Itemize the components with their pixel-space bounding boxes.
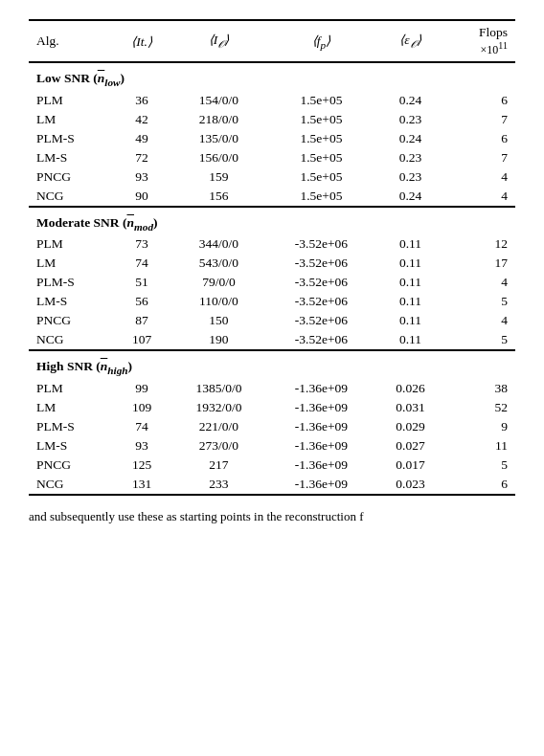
section-header-2: High SNR (nhigh) [29,350,515,379]
section-header-1: Moderate SNR (nmod) [29,207,515,235]
cell-2: 110/0/0 [170,292,267,311]
table-row: LM-S93273/0/0-1.36e+090.02711 [29,436,515,456]
cell-1: 51 [113,273,170,292]
cell-2: 154/0/0 [170,91,267,110]
cell-1: 93 [113,436,170,456]
cell-5: 6 [445,129,515,148]
cell-2: 1385/0/0 [170,379,267,398]
cell-1: 74 [113,254,170,273]
cell-5: 4 [445,311,515,330]
cell-5: 5 [445,292,515,311]
cell-3: -3.52e+06 [267,273,375,292]
table-row: PLM-S74221/0/0-1.36e+090.0299 [29,417,515,436]
cell-3: 1.5e+05 [267,129,375,148]
cell-0: LM [29,110,113,129]
cell-4: 0.24 [375,91,445,110]
cell-2: 156/0/0 [170,148,267,167]
cell-4: 0.029 [375,417,445,436]
cell-1: 49 [113,129,170,148]
cell-5: 4 [445,167,515,187]
col-alg: Alg. [29,20,113,62]
cell-3: -1.36e+09 [267,475,375,495]
cell-1: 107 [113,330,170,350]
cell-3: -1.36e+09 [267,379,375,398]
table-row: NCG901561.5e+050.244 [29,187,515,207]
cell-4: 0.031 [375,398,445,417]
cell-0: PLM [29,379,113,398]
cell-5: 5 [445,330,515,350]
table-row: NCG131233-1.36e+090.0236 [29,475,515,495]
table-row: NCG107190-3.52e+060.115 [29,330,515,350]
cell-1: 90 [113,187,170,207]
cell-4: 0.24 [375,129,445,148]
cell-1: 87 [113,311,170,330]
table-row: PNCG87150-3.52e+060.114 [29,311,515,330]
col-flops: Flops×1011 [445,20,515,62]
cell-1: 72 [113,148,170,167]
cell-1: 56 [113,292,170,311]
cell-3: -3.52e+06 [267,311,375,330]
cell-3: -1.36e+09 [267,417,375,436]
cell-2: 273/0/0 [170,436,267,456]
col-io: ⟨I𝒪⟩ [170,20,267,62]
cell-0: PNCG [29,167,113,187]
cell-2: 344/0/0 [170,234,267,254]
cell-0: NCG [29,187,113,207]
cell-3: 1.5e+05 [267,91,375,110]
section-header-0: Low SNR (nlow) [29,62,515,91]
cell-2: 156 [170,187,267,207]
cell-4: 0.017 [375,456,445,475]
cell-0: PLM [29,91,113,110]
cell-0: LM-S [29,148,113,167]
cell-5: 52 [445,398,515,417]
cell-1: 109 [113,398,170,417]
table-row: LM74543/0/0-3.52e+060.1117 [29,254,515,273]
cell-2: 543/0/0 [170,254,267,273]
table-row: PLM73344/0/0-3.52e+060.1112 [29,234,515,254]
cell-4: 0.11 [375,330,445,350]
table-row: LM1091932/0/0-1.36e+090.03152 [29,398,515,417]
cell-0: PNCG [29,456,113,475]
cell-1: 99 [113,379,170,398]
cell-4: 0.026 [375,379,445,398]
footnote: and subsequently use these as starting p… [29,507,515,526]
cell-5: 4 [445,273,515,292]
table-container: Alg. ⟨It.⟩ ⟨I𝒪⟩ ⟨fp⟩ ⟨ε𝒪⟩ Flops×1011 Low… [29,19,515,496]
cell-0: LM-S [29,436,113,456]
cell-4: 0.027 [375,436,445,456]
cell-0: LM [29,398,113,417]
cell-0: PLM-S [29,273,113,292]
cell-2: 221/0/0 [170,417,267,436]
cell-3: -3.52e+06 [267,330,375,350]
cell-2: 218/0/0 [170,110,267,129]
cell-2: 1932/0/0 [170,398,267,417]
cell-5: 6 [445,91,515,110]
cell-0: PLM [29,234,113,254]
cell-0: NCG [29,330,113,350]
cell-3: -1.36e+09 [267,398,375,417]
cell-3: 1.5e+05 [267,148,375,167]
cell-1: 74 [113,417,170,436]
cell-5: 12 [445,234,515,254]
cell-3: -1.36e+09 [267,436,375,456]
cell-0: PLM-S [29,417,113,436]
cell-4: 0.11 [375,254,445,273]
cell-4: 0.23 [375,110,445,129]
cell-4: 0.11 [375,311,445,330]
cell-5: 4 [445,187,515,207]
cell-1: 42 [113,110,170,129]
cell-2: 150 [170,311,267,330]
table-row: LM42218/0/01.5e+050.237 [29,110,515,129]
cell-4: 0.24 [375,187,445,207]
cell-2: 233 [170,475,267,495]
col-eps: ⟨ε𝒪⟩ [375,20,445,62]
table-row: PNCG125217-1.36e+090.0175 [29,456,515,475]
cell-4: 0.023 [375,475,445,495]
table-row: LM-S72156/0/01.5e+050.237 [29,148,515,167]
table-row: PNCG931591.5e+050.234 [29,167,515,187]
cell-4: 0.11 [375,273,445,292]
cell-0: PNCG [29,311,113,330]
cell-5: 6 [445,475,515,495]
cell-1: 93 [113,167,170,187]
cell-5: 9 [445,417,515,436]
